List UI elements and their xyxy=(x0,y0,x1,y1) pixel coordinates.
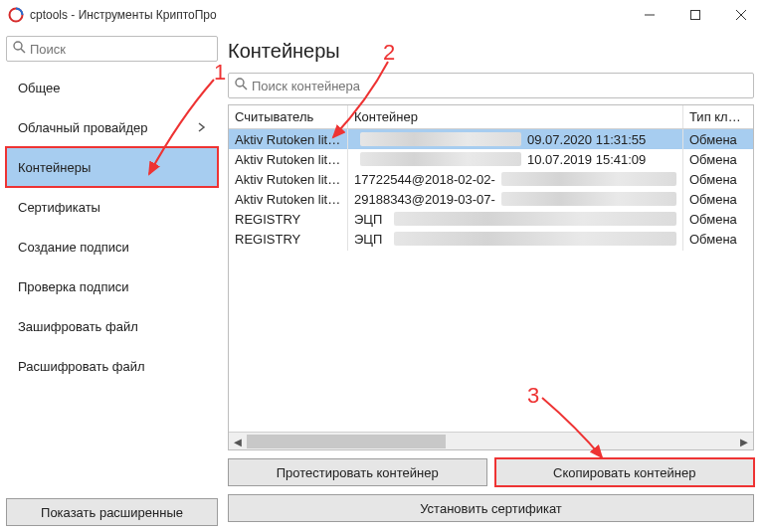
maximize-button[interactable] xyxy=(672,0,718,30)
nav-item-label: Контейнеры xyxy=(18,160,91,175)
nav-item-label: Проверка подписи xyxy=(18,279,128,294)
table-header: Считыватель Контейнер Тип ключа xyxy=(229,105,753,129)
scroll-left-arrow[interactable]: ◄ xyxy=(229,433,247,450)
cell-container: ЭЦП xyxy=(348,228,683,251)
col-reader[interactable]: Считыватель xyxy=(229,105,348,128)
copy-container-button[interactable]: Скопировать контейнер xyxy=(495,458,755,486)
titlebar: cptools - Инструменты КриптоПро xyxy=(0,0,764,30)
chevron-right-icon xyxy=(198,120,206,135)
button-row-1: Протестировать контейнер Скопировать кон… xyxy=(228,458,754,486)
sidebar: Общее Облачный провайдер Контейнеры Серт… xyxy=(0,30,224,532)
sidebar-search-input[interactable] xyxy=(30,42,211,57)
svg-line-6 xyxy=(21,49,25,53)
table-body: Aktiv Rutoken lite 0 09.07.2020 11:31:55… xyxy=(229,129,753,432)
close-button[interactable] xyxy=(718,0,764,30)
sidebar-search[interactable] xyxy=(6,36,218,62)
container-search-input[interactable] xyxy=(252,79,747,93)
svg-point-5 xyxy=(14,42,22,50)
nav-item-label: Зашифровать файл xyxy=(18,319,138,334)
nav-item-label: Расшифровать файл xyxy=(18,359,145,374)
cell-type: Обмена xyxy=(683,228,753,251)
button-label: Установить сертификат xyxy=(420,501,562,516)
nav-item-create-signature[interactable]: Создание подписи xyxy=(6,227,218,266)
nav-list: Общее Облачный провайдер Контейнеры Серт… xyxy=(6,68,218,498)
window-title: cptools - Инструменты КриптоПро xyxy=(30,8,217,22)
nav-item-verify-signature[interactable]: Проверка подписи xyxy=(6,266,218,306)
cell-reader: REGISTRY xyxy=(229,228,348,251)
nav-item-label: Облачный провайдер xyxy=(18,120,147,135)
scroll-right-arrow[interactable]: ► xyxy=(735,433,753,450)
install-certificate-button[interactable]: Установить сертификат xyxy=(228,494,754,522)
nav-item-label: Общее xyxy=(18,81,61,95)
search-icon xyxy=(13,41,26,57)
container-search[interactable] xyxy=(228,73,754,98)
search-icon xyxy=(235,78,248,93)
nav-item-containers[interactable]: Контейнеры xyxy=(6,147,218,187)
table-row[interactable]: REGISTRY ЭЦП Обмена xyxy=(229,229,753,249)
table-row[interactable]: Aktiv Rutoken lite 0 29188343@2019-03-07… xyxy=(229,189,753,209)
horizontal-scrollbar[interactable]: ◄ ► xyxy=(229,432,753,449)
svg-rect-2 xyxy=(691,11,700,20)
table-row[interactable]: Aktiv Rutoken lite 0 10.07.2019 15:41:09… xyxy=(229,149,753,169)
containers-table: Считыватель Контейнер Тип ключа Aktiv Ru… xyxy=(228,104,754,450)
nav-item-certificates[interactable]: Сертификаты xyxy=(6,187,218,227)
table-row[interactable]: REGISTRY ЭЦП Обмена xyxy=(229,209,753,229)
minimize-button[interactable] xyxy=(627,0,672,30)
main-panel: Контейнеры Считыватель Контейнер Тип клю… xyxy=(224,30,764,532)
app-icon xyxy=(8,7,24,23)
svg-point-7 xyxy=(236,79,244,87)
nav-item-cloud-provider[interactable]: Облачный провайдер xyxy=(6,107,218,147)
page-title: Контейнеры xyxy=(228,40,754,63)
nav-item-label: Сертификаты xyxy=(18,200,100,215)
scroll-thumb[interactable] xyxy=(247,435,446,448)
button-label: Показать расширенные xyxy=(41,505,183,520)
col-container[interactable]: Контейнер xyxy=(348,105,683,128)
nav-item-encrypt-file[interactable]: Зашифровать файл xyxy=(6,306,218,346)
col-type[interactable]: Тип ключа xyxy=(683,105,753,128)
nav-item-label: Создание подписи xyxy=(18,240,129,255)
button-label: Скопировать контейнер xyxy=(553,465,695,480)
table-row[interactable]: Aktiv Rutoken lite 0 09.07.2020 11:31:55… xyxy=(229,129,753,149)
table-row[interactable]: Aktiv Rutoken lite 0 17722544@2018-02-02… xyxy=(229,169,753,189)
show-advanced-button[interactable]: Показать расширенные xyxy=(6,498,218,526)
button-label: Протестировать контейнер xyxy=(277,465,439,480)
nav-item-general[interactable]: Общее xyxy=(6,68,218,107)
nav-item-decrypt-file[interactable]: Расшифровать файл xyxy=(6,346,218,386)
test-container-button[interactable]: Протестировать контейнер xyxy=(228,458,487,486)
svg-line-8 xyxy=(243,86,247,89)
button-row-2: Установить сертификат xyxy=(228,494,754,522)
